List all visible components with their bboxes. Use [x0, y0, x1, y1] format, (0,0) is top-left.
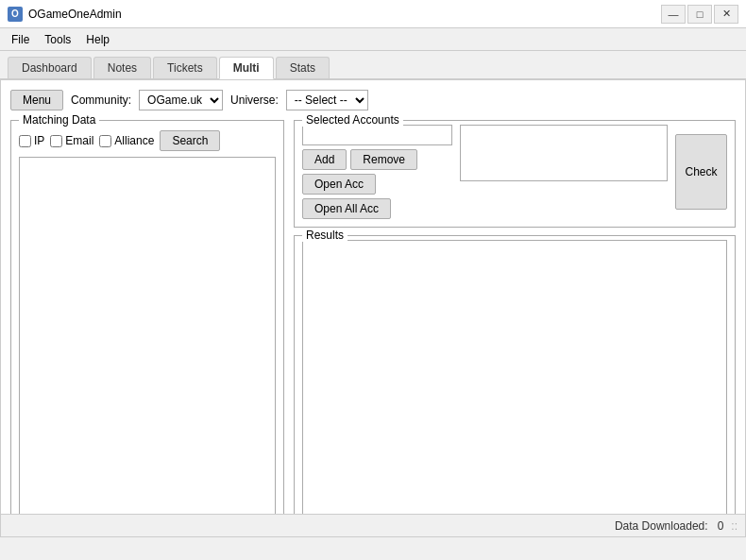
menu-tools[interactable]: Tools: [37, 31, 78, 48]
universe-select[interactable]: -- Select --: [286, 90, 368, 110]
menu-bar: File Tools Help: [0, 28, 746, 51]
add-button[interactable]: Add: [302, 149, 347, 170]
matching-data-legend: Matching Data: [19, 113, 99, 127]
menu-button[interactable]: Menu: [10, 90, 63, 110]
tab-notes[interactable]: Notes: [93, 57, 151, 78]
open-all-acc-button[interactable]: Open All Acc: [302, 198, 391, 219]
tabs-bar: Dashboard Notes Tickets Multi Stats: [0, 51, 746, 79]
results-legend: Results: [302, 229, 348, 242]
menu-file[interactable]: File: [4, 31, 37, 48]
community-label: Community:: [71, 93, 131, 107]
tab-multi[interactable]: Multi: [219, 57, 274, 79]
main-content: Menu Community: OGame.uk Universe: -- Se…: [0, 79, 746, 537]
panels: Matching Data IP Email Alliance Search: [10, 120, 736, 523]
checkbox-alliance[interactable]: [99, 135, 111, 147]
tab-tickets[interactable]: Tickets: [153, 57, 217, 78]
universe-label: Universe:: [230, 93, 279, 107]
tab-dashboard[interactable]: Dashboard: [8, 57, 92, 78]
accounts-btn-row: Add Remove: [302, 149, 452, 170]
checkbox-alliance-label[interactable]: Alliance: [99, 134, 154, 147]
open-acc-button[interactable]: Open Acc: [302, 174, 376, 195]
minimize-button[interactable]: —: [661, 5, 686, 24]
check-button[interactable]: Check: [675, 134, 727, 210]
results-box[interactable]: [302, 240, 727, 515]
checkbox-email-label[interactable]: Email: [50, 134, 93, 147]
tab-stats[interactable]: Stats: [276, 57, 330, 78]
status-dots: ::: [731, 519, 738, 533]
title-bar: O OGameOneAdmin — □ ✕: [0, 0, 746, 28]
title-bar-text: OGameOneAdmin: [28, 8, 661, 21]
title-bar-controls: — □ ✕: [661, 5, 738, 24]
search-button[interactable]: Search: [160, 130, 220, 151]
selected-accounts-group: Selected Accounts Add Remove Open Acc Op…: [294, 120, 736, 228]
community-select[interactable]: OGame.uk: [139, 90, 223, 110]
status-bar: Data Downloaded: 0 ::: [1, 514, 745, 536]
accounts-controls: Add Remove Open Acc Open All Acc: [302, 125, 452, 219]
selected-accounts-legend: Selected Accounts: [302, 113, 403, 127]
checkbox-row: IP Email Alliance Search: [19, 130, 276, 151]
app-icon: O: [8, 7, 23, 22]
status-label: Data Downloaded: 0: [615, 519, 723, 533]
status-value: 0: [718, 519, 724, 533]
accounts-listbox[interactable]: [460, 125, 668, 181]
top-controls: Menu Community: OGame.uk Universe: -- Se…: [10, 90, 736, 110]
checkbox-email[interactable]: [50, 135, 62, 147]
menu-help[interactable]: Help: [78, 31, 117, 48]
matching-data-listbox[interactable]: [19, 157, 276, 515]
results-group: Results: [294, 235, 736, 523]
checkbox-ip[interactable]: [19, 135, 31, 147]
checkbox-ip-label[interactable]: IP: [19, 134, 44, 147]
right-panel: Selected Accounts Add Remove Open Acc Op…: [294, 120, 736, 523]
accounts-input[interactable]: [302, 125, 452, 145]
close-button[interactable]: ✕: [714, 5, 738, 24]
maximize-button[interactable]: □: [687, 5, 712, 24]
matching-data-group: Matching Data IP Email Alliance Search: [10, 120, 284, 523]
left-panel: Matching Data IP Email Alliance Search: [10, 120, 284, 523]
accounts-inner: Add Remove Open Acc Open All Acc Check: [302, 125, 727, 219]
remove-button[interactable]: Remove: [350, 149, 417, 170]
